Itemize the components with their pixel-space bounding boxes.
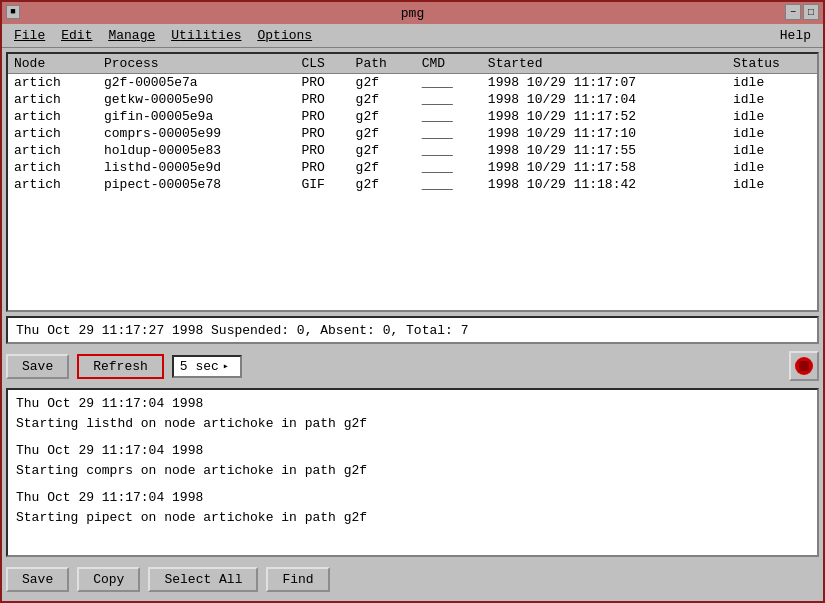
save-button[interactable]: Save [6, 354, 69, 379]
table-cell: PRO [295, 108, 349, 125]
table-cell: 1998 10/29 11:17:58 [482, 159, 727, 176]
log-message: Starting comprs on node artichoke in pat… [16, 463, 367, 478]
table-cell: g2f [350, 142, 416, 159]
col-started: Started [482, 54, 727, 74]
bottom-save-button[interactable]: Save [6, 567, 69, 592]
controls-row: Save Refresh 5 sec ▸ [6, 348, 819, 384]
table-cell: g2f [350, 91, 416, 108]
table-cell: g2f [350, 159, 416, 176]
table-row[interactable]: artichcomprs-00005e99PROg2f____1998 10/2… [8, 125, 817, 142]
table-cell: PRO [295, 125, 349, 142]
table-cell: g2f-00005e7a [98, 74, 295, 92]
table-cell: g2f [350, 125, 416, 142]
find-button[interactable]: Find [266, 567, 329, 592]
window-title: pmg [401, 6, 424, 21]
table-cell: ____ [416, 142, 482, 159]
menu-options[interactable]: Options [250, 27, 321, 44]
table-cell: artich [8, 159, 98, 176]
table-cell: g2f [350, 108, 416, 125]
table-cell: ____ [416, 125, 482, 142]
process-panel[interactable]: Node Process CLS Path CMD Started Status… [6, 52, 819, 312]
table-cell: artich [8, 108, 98, 125]
copy-button[interactable]: Copy [77, 567, 140, 592]
table-cell: ____ [416, 108, 482, 125]
status-bar: Thu Oct 29 11:17:27 1998 Suspended: 0, A… [6, 316, 819, 344]
table-cell: gifin-00005e9a [98, 108, 295, 125]
table-cell: 1998 10/29 11:17:10 [482, 125, 727, 142]
stop-square [799, 361, 809, 371]
maximize-button[interactable]: □ [803, 4, 819, 20]
main-content: Node Process CLS Path CMD Started Status… [2, 48, 823, 601]
log-message: Starting pipect on node artichoke in pat… [16, 510, 367, 525]
table-cell: ____ [416, 74, 482, 92]
table-row[interactable]: artichgetkw-00005e90PROg2f____1998 10/29… [8, 91, 817, 108]
table-cell: ____ [416, 159, 482, 176]
table-row[interactable]: artichgifin-00005e9aPROg2f____1998 10/29… [8, 108, 817, 125]
table-cell: idle [727, 91, 817, 108]
table-cell: 1998 10/29 11:18:42 [482, 176, 727, 193]
col-cls: CLS [295, 54, 349, 74]
menu-bar: File Edit Manage Utilities Options Help [2, 24, 823, 48]
title-bar: ■ pmg − □ [2, 2, 823, 24]
log-timestamp: Thu Oct 29 11:17:04 1998 [16, 443, 203, 458]
table-cell: idle [727, 108, 817, 125]
bottom-controls: Save Copy Select All Find [6, 561, 819, 597]
table-cell: g2f [350, 176, 416, 193]
table-cell: idle [727, 74, 817, 92]
log-entry: Thu Oct 29 11:17:04 1998Starting comprs … [16, 441, 809, 480]
select-all-button[interactable]: Select All [148, 567, 258, 592]
menu-manage[interactable]: Manage [100, 27, 163, 44]
table-cell: PRO [295, 74, 349, 92]
minimize-button[interactable]: − [785, 4, 801, 20]
table-cell: idle [727, 125, 817, 142]
table-row[interactable]: artichholdup-00005e83PROg2f____1998 10/2… [8, 142, 817, 159]
log-message: Starting listhd on node artichoke in pat… [16, 416, 367, 431]
window-controls: − □ [785, 4, 819, 20]
interval-value: 5 sec [180, 359, 219, 374]
table-row[interactable]: artichpipect-00005e78GIFg2f____1998 10/2… [8, 176, 817, 193]
menu-utilities[interactable]: Utilities [163, 27, 249, 44]
log-entry: Thu Oct 29 11:17:04 1998Starting pipect … [16, 488, 809, 527]
log-timestamp: Thu Oct 29 11:17:04 1998 [16, 396, 203, 411]
refresh-button[interactable]: Refresh [77, 354, 164, 379]
menu-help[interactable]: Help [772, 27, 819, 44]
table-cell: artich [8, 91, 98, 108]
log-entry: Thu Oct 29 11:17:04 1998Starting listhd … [16, 394, 809, 433]
stop-icon [795, 357, 813, 375]
table-cell: artich [8, 125, 98, 142]
table-cell: idle [727, 142, 817, 159]
table-cell: 1998 10/29 11:17:52 [482, 108, 727, 125]
col-process: Process [98, 54, 295, 74]
table-row[interactable]: artichg2f-00005e7aPROg2f____1998 10/29 1… [8, 74, 817, 92]
col-node: Node [8, 54, 98, 74]
col-cmd: CMD [416, 54, 482, 74]
menu-edit[interactable]: Edit [53, 27, 100, 44]
table-cell: artich [8, 74, 98, 92]
log-panel[interactable]: Thu Oct 29 11:17:04 1998Starting listhd … [6, 388, 819, 557]
table-cell: artich [8, 142, 98, 159]
table-cell: g2f [350, 74, 416, 92]
table-cell: PRO [295, 142, 349, 159]
table-header: Node Process CLS Path CMD Started Status [8, 54, 817, 74]
interval-arrow-icon: ▸ [223, 360, 229, 372]
status-text: Thu Oct 29 11:17:27 1998 Suspended: 0, A… [16, 323, 468, 338]
table-row[interactable]: artichlisthd-00005e9dPROg2f____1998 10/2… [8, 159, 817, 176]
table-cell: artich [8, 176, 98, 193]
main-window: ■ pmg − □ File Edit Manage Utilities Opt… [0, 0, 825, 603]
table-cell: 1998 10/29 11:17:55 [482, 142, 727, 159]
table-cell: holdup-00005e83 [98, 142, 295, 159]
col-status: Status [727, 54, 817, 74]
close-button[interactable]: ■ [6, 5, 20, 19]
stop-button[interactable] [789, 351, 819, 381]
table-cell: ____ [416, 176, 482, 193]
table-cell: 1998 10/29 11:17:07 [482, 74, 727, 92]
col-path: Path [350, 54, 416, 74]
table-cell: PRO [295, 91, 349, 108]
table-cell: 1998 10/29 11:17:04 [482, 91, 727, 108]
interval-display: 5 sec ▸ [172, 355, 242, 378]
table-cell: pipect-00005e78 [98, 176, 295, 193]
table-cell: listhd-00005e9d [98, 159, 295, 176]
table-cell: GIF [295, 176, 349, 193]
menu-file[interactable]: File [6, 27, 53, 44]
table-cell: getkw-00005e90 [98, 91, 295, 108]
